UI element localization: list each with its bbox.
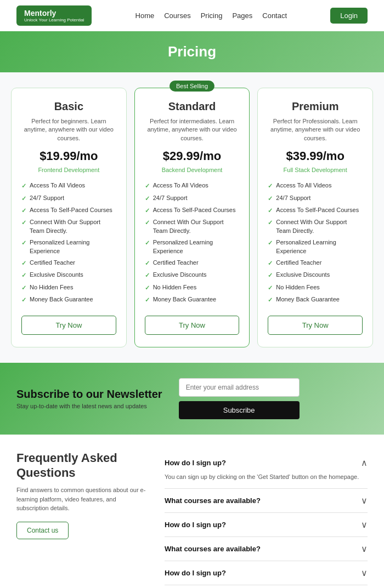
faq-question-text-2: How do I sign up? [165,521,226,529]
feature-item: Access To All Videos [145,180,240,192]
feature-item: Exclusive Discounts [268,269,363,281]
faq-right: How do I sign up? ∧ You can sign up by c… [165,451,368,585]
nav-pages[interactable]: Pages [232,12,252,20]
best-selling-badge: Best Selling [170,81,214,92]
faq-question-text-3: What courses are available? [165,545,261,553]
faq-item-1: What courses are available? ∨ [165,489,368,513]
plan-premium-price: $39.99/mo [268,149,363,163]
feature-item: Exclusive Discounts [145,269,240,281]
pricing-header: Pricing [0,31,384,72]
nav-courses[interactable]: Courses [164,12,190,20]
feature-item: Money Back Guarantee [21,294,116,306]
faq-question-4[interactable]: How do I sign up? ∨ [165,568,368,578]
feature-item: Access To Self-Paced Courses [268,204,363,216]
plan-basic-features: Access To All Videos 24/7 Support Access… [21,180,116,306]
feature-item: Certified Teacher [21,257,116,269]
plan-basic-desc: Perfect for beginners. Learn anytime, an… [21,117,116,142]
faq-item-2: How do I sign up? ∨ [165,513,368,537]
plan-basic-category: Frontend Development [21,167,116,173]
feature-item: Money Back Guarantee [145,294,240,306]
newsletter-section: Subscribe to our Newsletter Stay up-to-d… [0,363,384,435]
feature-item: 24/7 Support [145,192,240,204]
faq-section: Frequently Asked Questions Find answers … [0,435,384,588]
plan-premium-desc: Perfect for Professionals. Learn anytime… [268,117,363,142]
faq-question-3[interactable]: What courses are available? ∨ [165,544,368,554]
feature-item: No Hidden Fees [268,282,363,294]
plan-premium: Premium Perfect for Professionals. Learn… [257,88,373,347]
plan-standard-category: Backend Development [145,167,240,173]
faq-left: Frequently Asked Questions Find answers … [16,451,148,585]
nav-pricing[interactable]: Pricing [201,12,223,20]
feature-item: 24/7 Support [21,192,116,204]
logo: Mentorly Unlock Your Learning Potential [16,5,92,26]
faq-question-text-0: How do I sign up? [165,459,226,467]
chevron-up-icon: ∧ [361,458,368,468]
faq-item-3: What courses are available? ∨ [165,537,368,561]
faq-question-1[interactable]: What courses are available? ∨ [165,495,368,506]
feature-item: Access To Self-Paced Courses [21,204,116,216]
faq-question-2[interactable]: How do I sign up? ∨ [165,520,368,530]
newsletter-form: Subscribe [179,378,300,419]
chevron-down-icon: ∨ [361,544,368,554]
plan-basic-cta[interactable]: Try Now [21,316,116,335]
plan-premium-cta[interactable]: Try Now [268,316,363,335]
plan-standard-desc: Perfect for intermediates. Learn anytime… [145,117,240,142]
login-button[interactable]: Login [330,8,368,24]
pricing-section: Basic Perfect for beginners. Learn anyti… [0,72,384,363]
plan-basic-name: Basic [21,100,116,113]
nav-links: Home Courses Pricing Pages Contact [135,12,287,20]
faq-heading: Frequently Asked Questions [16,451,148,480]
chevron-down-icon: ∨ [361,520,368,530]
newsletter-subscribe-button[interactable]: Subscribe [179,401,300,419]
feature-item: Certified Teacher [145,257,240,269]
feature-item: Connect With Our Support Team Directly. [268,216,363,237]
nav-home[interactable]: Home [135,12,155,20]
faq-question-text-4: How do I sign up? [165,569,226,577]
plan-standard-name: Standard [145,100,240,113]
pricing-title: Pricing [12,43,372,60]
plan-premium-category: Full Stack Development [268,167,363,173]
feature-item: Access To All Videos [268,180,363,192]
faq-subtext: Find answers to common questions about o… [16,486,148,513]
plan-standard-cta[interactable]: Try Now [145,316,240,335]
feature-item: No Hidden Fees [145,282,240,294]
plan-basic: Basic Perfect for beginners. Learn anyti… [11,88,127,347]
faq-question-0[interactable]: How do I sign up? ∧ [165,458,368,468]
chevron-down-icon: ∨ [361,495,368,506]
plan-premium-features: Access To All Videos 24/7 Support Access… [268,180,363,306]
plan-standard-price: $29.99/mo [145,149,240,163]
nav-contact[interactable]: Contact [262,12,287,20]
newsletter-title: Subscribe to our Newsletter [16,388,162,401]
newsletter-text: Subscribe to our Newsletter Stay up-to-d… [16,388,162,409]
feature-item: Personalized Learning Experience [145,237,240,257]
navbar: Mentorly Unlock Your Learning Potential … [0,0,384,31]
feature-item: Personalized Learning Experience [21,237,116,257]
feature-item: No Hidden Fees [21,282,116,294]
faq-answer-0: You can sign up by clicking on the 'Get … [165,472,368,482]
feature-item: Certified Teacher [268,257,363,269]
feature-item: Connect With Our Support Team Directly. [21,216,116,237]
faq-item-0: How do I sign up? ∧ You can sign up by c… [165,451,368,489]
plan-basic-price: $19.99/mo [21,149,116,163]
plan-standard: Best Selling Standard Perfect for interm… [134,88,250,347]
feature-item: Money Back Guarantee [268,294,363,306]
feature-item: Connect With Our Support Team Directly. [145,216,240,237]
chevron-down-icon: ∨ [361,568,368,578]
plan-premium-name: Premium [268,100,363,113]
feature-item: Access To Self-Paced Courses [145,204,240,216]
faq-item-4: How do I sign up? ∨ [165,561,368,585]
newsletter-email-input[interactable] [179,378,300,397]
pricing-cards: Basic Perfect for beginners. Learn anyti… [11,88,373,347]
feature-item: Exclusive Discounts [21,269,116,281]
faq-contact-button[interactable]: Contact us [16,522,69,539]
feature-item: Personalized Learning Experience [268,237,363,257]
plan-standard-features: Access To All Videos 24/7 Support Access… [145,180,240,306]
feature-item: Access To All Videos [21,180,116,192]
faq-question-text-1: What courses are available? [165,496,261,505]
feature-item: 24/7 Support [268,192,363,204]
newsletter-subtitle: Stay up-to-date with the latest news and… [16,403,162,409]
